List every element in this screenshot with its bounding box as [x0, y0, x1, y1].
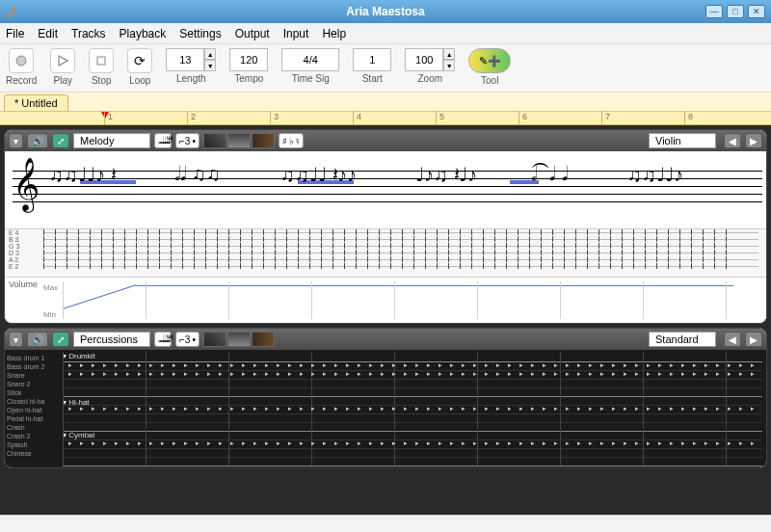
view-thumbnails[interactable] — [203, 133, 275, 148]
timesig-label: Time Sig — [292, 73, 330, 84]
track-scroll-right[interactable]: ▶ — [745, 133, 762, 148]
workspace: ▾ 🔊 ⤢ Melody 𝅝 𝅗𝅥 𝅘𝅥 𝅘𝅥𝅮 𝅘𝅥𝅯 𝅘𝅥𝅰 ⌐3 • ♯ … — [0, 125, 771, 515]
menu-settings[interactable]: Settings — [179, 27, 221, 40]
track-name-input[interactable]: Melody — [73, 133, 150, 148]
document-tabbar: * Untitled — [0, 93, 771, 112]
length-label: Length — [176, 73, 206, 84]
tab-editor[interactable]: E 4 B 3 G 3 D 3 A 2 E 2 — [5, 228, 766, 277]
note-duration-toolbar: 𝅝 𝅗𝅥 𝅘𝅥 𝅘𝅥𝅮 𝅘𝅥𝅯 𝅘𝅥𝅰 — [154, 133, 172, 148]
string-label: E 4 — [9, 229, 19, 236]
length-up[interactable]: ▲ — [204, 48, 216, 60]
volume-label: Volume — [9, 279, 38, 289]
length-input[interactable]: 13 — [166, 48, 204, 71]
track-expand-button[interactable]: ⤢ — [52, 332, 69, 347]
sharp-icon[interactable]: ♯ — [282, 136, 287, 146]
menu-file[interactable]: File — [6, 27, 24, 40]
ruler-tick: 6 — [518, 112, 527, 124]
note-strip[interactable]: ♫♫♩♩♪ 𝄽 𝅗𝅥 ♩ ♫♫ ♫♫♩♩ 𝄽 ♪♪ ♩♪♫ 𝄽 ♩♪ 𝅗𝅥⁀♩ … — [49, 163, 758, 217]
play-label: Play — [54, 75, 72, 86]
ruler-tick: 3 — [270, 112, 279, 124]
menu-input[interactable]: Input — [283, 27, 309, 40]
drum-row[interactable]: ▾ Cymbal — [61, 431, 96, 439]
string-label: G 3 — [9, 243, 19, 250]
vol-max: Max — [43, 283, 58, 292]
tool-button[interactable]: ✎➕ — [468, 48, 511, 73]
document-tab[interactable]: * Untitled — [4, 94, 68, 111]
titlebar: Aria Maestosa — □ ✕ — [0, 0, 771, 23]
play-button[interactable] — [50, 48, 75, 73]
stop-label: Stop — [92, 75, 112, 86]
dotted-icon[interactable]: • — [192, 334, 196, 345]
menu-output[interactable]: Output — [235, 27, 270, 40]
start-input[interactable]: 1 — [353, 48, 391, 71]
menubar: File Edit Tracks Playback Settings Outpu… — [0, 23, 771, 44]
track-name-input[interactable]: Percussions — [73, 332, 150, 347]
ruler-tick: 2 — [187, 112, 196, 124]
menu-edit[interactable]: Edit — [38, 27, 58, 40]
window-title: Aria Maestosa — [346, 5, 424, 18]
drum-labels: Bass drum 1Bass drum 2SnareSnare 2StickC… — [7, 354, 44, 458]
zoom-up[interactable]: ▲ — [443, 48, 455, 60]
score-editor[interactable]: 𝄞 ♫♫♩♩♪ 𝄽 𝅗𝅥 ♩ ♫♫ ♫♫♩♩ 𝄽 ♪♪ ♩♪♫ 𝄽 ♩♪ 𝅗𝅥⁀… — [5, 151, 766, 228]
toolbar: Record Play Stop ⟳ Loop 13▲▼ Length 120 … — [0, 44, 771, 93]
volume-editor[interactable]: Volume Max Min — [5, 277, 766, 323]
tempo-input[interactable]: 120 — [229, 48, 268, 71]
track-scroll-right[interactable]: ▶ — [745, 332, 762, 347]
maximize-button[interactable]: □ — [727, 5, 744, 18]
start-label: Start — [362, 73, 383, 84]
loop-label: Loop — [129, 75, 150, 86]
natural-icon[interactable]: ♮ — [296, 136, 300, 146]
track-expand-button[interactable]: ⤢ — [52, 133, 69, 148]
minimize-button[interactable]: — — [705, 5, 723, 18]
track-collapse-button[interactable]: ▾ — [9, 332, 23, 347]
note-duration-toolbar: 𝅝 𝅗𝅥 𝅘𝅥 𝅘𝅥𝅮 𝅘𝅥𝅯 𝅘𝅥𝅰 — [154, 332, 172, 347]
track-mute-button[interactable]: 🔊 — [27, 332, 48, 347]
dotted-icon[interactable]: • — [192, 136, 196, 146]
timeline-ruler[interactable]: 12345678 — [0, 112, 771, 125]
zoom-down[interactable]: ▼ — [443, 60, 455, 71]
track-scroll-left[interactable]: ◀ — [724, 133, 741, 148]
length-down[interactable]: ▼ — [204, 60, 216, 71]
loop-button[interactable]: ⟳ — [127, 48, 152, 73]
string-label: E 2 — [9, 263, 19, 270]
track-instrument-select[interactable]: Violin — [649, 133, 716, 148]
view-thumbnails[interactable] — [203, 332, 275, 347]
timesig-input[interactable]: 4/4 — [281, 48, 339, 71]
menu-tracks[interactable]: Tracks — [71, 27, 106, 40]
track-header: ▾ 🔊 ⤢ Percussions 𝅝 𝅗𝅥 𝅘𝅥 𝅘𝅥𝅮 𝅘𝅥𝅯 𝅘𝅥𝅰 ⌐3… — [5, 329, 766, 350]
track-mute-button[interactable]: 🔊 — [27, 133, 48, 148]
track-scroll-left[interactable]: ◀ — [724, 332, 741, 347]
triplet-icon[interactable]: ⌐3 — [179, 334, 190, 345]
triplet-icon[interactable]: ⌐3 — [179, 136, 190, 146]
zoom-label: Zoom — [417, 73, 442, 84]
track-melody: ▾ 🔊 ⤢ Melody 𝅝 𝅗𝅥 𝅘𝅥 𝅘𝅥𝅮 𝅘𝅥𝅯 𝅘𝅥𝅰 ⌐3 • ♯ … — [4, 129, 767, 324]
svg-point-0 — [16, 56, 26, 66]
ruler-tick: 4 — [353, 112, 361, 124]
record-label: Record — [6, 75, 37, 86]
drum-row[interactable]: ▾ Drumkit — [61, 352, 97, 360]
pencil-icon: ✎ — [479, 55, 488, 67]
ruler-tick: 1 — [104, 112, 113, 124]
menu-playback[interactable]: Playback — [120, 27, 167, 40]
app-icon — [6, 5, 19, 18]
vol-min: Min — [43, 310, 56, 319]
treble-clef-icon: 𝄞 — [13, 157, 40, 212]
drum-editor[interactable]: Bass drum 1Bass drum 2SnareSnare 2StickC… — [5, 350, 766, 467]
string-label: B 3 — [9, 236, 19, 243]
ruler-tick: 5 — [436, 112, 444, 124]
menu-help[interactable]: Help — [322, 27, 346, 40]
statusbar — [0, 515, 771, 532]
tempo-label: Tempo — [234, 73, 263, 84]
string-label: A 2 — [9, 256, 18, 263]
add-icon: ➕ — [488, 55, 501, 67]
ruler-tick: 7 — [601, 112, 610, 124]
stop-button[interactable] — [89, 48, 114, 73]
svg-rect-1 — [97, 57, 105, 65]
flat-icon[interactable]: ♭ — [289, 136, 294, 146]
track-percussions: ▾ 🔊 ⤢ Percussions 𝅝 𝅗𝅥 𝅘𝅥 𝅘𝅥𝅮 𝅘𝅥𝅯 𝅘𝅥𝅰 ⌐3… — [4, 328, 767, 468]
track-instrument-select[interactable]: Standard — [649, 332, 716, 347]
track-collapse-button[interactable]: ▾ — [9, 133, 23, 148]
record-button[interactable] — [9, 48, 34, 73]
close-button[interactable]: ✕ — [748, 5, 765, 18]
zoom-input[interactable]: 100 — [405, 48, 443, 71]
